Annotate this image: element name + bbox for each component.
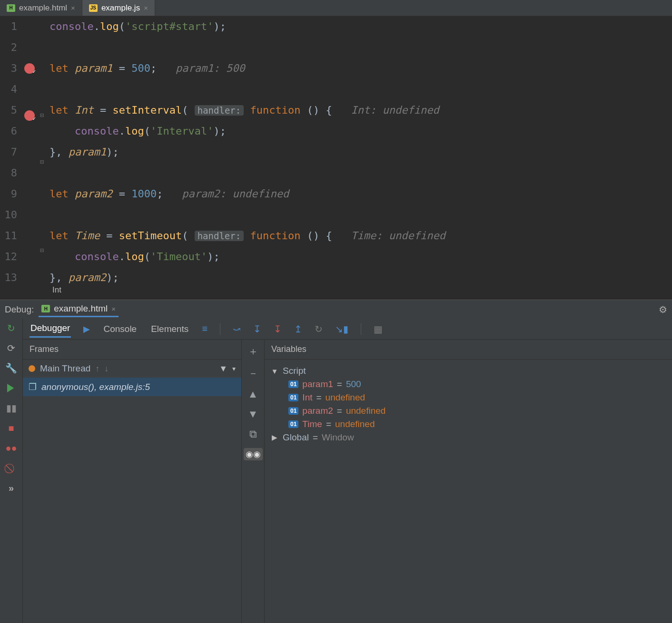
drop-frame-button[interactable]: ↻ [315, 323, 323, 335]
variables-tree[interactable]: ▼ Script 01param1 = 50001Int = undefined… [265, 360, 672, 449]
code-line[interactable] [49, 204, 672, 225]
close-icon[interactable]: × [71, 4, 75, 12]
tab-debugger[interactable]: Debugger [30, 320, 71, 338]
code-line[interactable]: let Time = setTimeout( handler: function… [49, 225, 672, 246]
code-line[interactable]: console.log('Timeout'); [49, 246, 672, 267]
line-number[interactable]: 5 [0, 100, 17, 121]
scope-global[interactable]: ▶ Global = Window [267, 431, 669, 444]
thread-selector[interactable]: Main Thread ↑ ↓ ▼ ▾ [23, 360, 241, 378]
run-to-cursor-button[interactable]: ↘▮ [335, 323, 348, 335]
show-execution-point-button[interactable]: ≡ [202, 323, 208, 334]
line-number[interactable]: 6 [0, 121, 17, 142]
thread-name: Main Thread [40, 363, 90, 374]
settings-button[interactable]: 🔧 [5, 361, 18, 375]
chevron-right-icon[interactable]: ▶ [270, 433, 279, 442]
tab-console[interactable]: Console [102, 321, 138, 337]
breakpoint-icon[interactable] [24, 63, 35, 74]
update-button[interactable]: ⟳ [5, 341, 18, 355]
rerun-button[interactable]: ↻ [5, 321, 18, 335]
debug-session-name: example.html [54, 303, 108, 314]
step-over-button[interactable]: ⤻ [233, 323, 241, 335]
variable-row[interactable]: 01Int = undefined [267, 391, 669, 404]
code-line[interactable] [49, 37, 672, 58]
line-number[interactable]: 1 [0, 16, 17, 37]
debug-session-tab[interactable]: example.html × [39, 302, 119, 317]
remove-watch-button[interactable]: － [248, 366, 258, 380]
filter-icon[interactable]: ▼ [219, 364, 227, 374]
variables-toolbar: ＋ － ▲ ▼ ⧉ ◉◉ [242, 340, 265, 623]
code-editor[interactable]: 123456789101112131415 ⊟⊟⊟⊟ console.log('… [0, 16, 672, 285]
debug-tool-window: ↻ ⟳ 🔧 ▮▮ ■ ●● ⃠ » Debugger ▶ Console Ele… [0, 319, 672, 623]
var-badge-icon: 01 [288, 380, 298, 388]
evaluate-expression-button[interactable]: ▦ [374, 323, 383, 335]
code-line[interactable]: }, param1); [49, 142, 672, 163]
console-icon: ▶ [83, 324, 90, 334]
gear-icon[interactable]: ⚙ [659, 304, 667, 315]
debug-label: Debug: [5, 304, 34, 315]
chevron-down-icon[interactable]: ▼ [270, 367, 279, 375]
code-line[interactable]: }, param2); [49, 267, 672, 285]
close-icon[interactable]: × [111, 305, 116, 313]
js-file-icon [89, 4, 98, 12]
tab-example-html[interactable]: example.html × [0, 0, 82, 16]
html-file-icon [7, 4, 15, 12]
editor-tab-bar: example.html × example.js × [0, 0, 672, 16]
debug-subtabs: Debugger ▶ Console Elements ≡ ⤻ ↧ ↧ ↥ ↻ … [23, 319, 672, 340]
variable-row[interactable]: 01param1 = 500 [267, 378, 669, 391]
line-number[interactable]: 12 [0, 246, 17, 267]
line-number[interactable]: 4 [0, 79, 17, 100]
frames-panel-header: Frames [23, 340, 241, 360]
close-icon[interactable]: × [144, 4, 148, 12]
line-number[interactable]: 13 [0, 267, 17, 285]
debug-side-toolbar: ↻ ⟳ 🔧 ▮▮ ■ ●● ⃠ » [0, 319, 23, 623]
step-into-button[interactable]: ↧ [253, 323, 261, 335]
tab-label: example.html [19, 3, 67, 13]
resume-button[interactable] [5, 381, 18, 395]
pause-button[interactable]: ▮▮ [5, 401, 18, 415]
more-button[interactable]: » [5, 481, 18, 495]
next-frame-button[interactable]: ↓ [104, 364, 109, 374]
fold-icon[interactable]: ⊟ [37, 151, 47, 172]
move-down-button[interactable]: ▼ [248, 408, 258, 420]
variable-row[interactable]: 01Time = undefined [267, 418, 669, 431]
variable-row[interactable]: 01param2 = undefined [267, 404, 669, 418]
scope-script[interactable]: ▼ Script [267, 364, 669, 378]
code-line[interactable]: console.log('script#start'); [49, 16, 672, 37]
line-number[interactable]: 7 [0, 142, 17, 163]
breakpoint-icon[interactable] [24, 110, 35, 121]
fold-icon[interactable]: ⊟ [37, 105, 47, 126]
line-number[interactable]: 9 [0, 184, 17, 204]
add-watch-button[interactable]: ＋ [248, 344, 258, 359]
tab-example-js[interactable]: example.js × [82, 0, 155, 16]
code-line[interactable]: console.log('Interval'); [49, 121, 672, 142]
tab-elements[interactable]: Elements [150, 321, 189, 337]
mute-breakpoints-button[interactable]: ⃠ [5, 461, 18, 475]
move-up-button[interactable]: ▲ [248, 388, 258, 400]
step-out-button[interactable]: ↥ [294, 323, 302, 335]
stack-frame[interactable]: ❐ anonymous(), example.js:5 [23, 378, 241, 396]
prev-frame-button[interactable]: ↑ [95, 364, 99, 374]
code-line[interactable]: let param1 = 500; param1: 500 [49, 58, 672, 79]
line-number[interactable]: 10 [0, 204, 17, 225]
stop-button[interactable]: ■ [5, 421, 18, 435]
line-number[interactable]: 3 [0, 58, 17, 79]
debug-tool-window-header: Debug: example.html × ⚙ [0, 300, 672, 319]
watches-view-button[interactable]: ◉◉ [244, 448, 263, 460]
copy-button[interactable]: ⧉ [249, 428, 257, 440]
thread-status-icon [29, 365, 35, 372]
line-number[interactable]: 2 [0, 37, 17, 58]
view-breakpoints-button[interactable]: ●● [5, 441, 18, 455]
var-badge-icon: 01 [288, 394, 298, 401]
code-line[interactable] [49, 79, 672, 100]
fold-icon[interactable]: ⊟ [37, 240, 47, 261]
force-step-into-button[interactable]: ↧ [274, 323, 282, 335]
code-line[interactable] [49, 163, 672, 184]
code-line[interactable]: let Int = setInterval( handler: function… [49, 100, 672, 121]
code-line[interactable]: let param2 = 1000; param2: undefined [49, 184, 672, 204]
frame-icon: ❐ [29, 381, 37, 392]
line-number[interactable]: 8 [0, 163, 17, 184]
chevron-down-icon[interactable]: ▾ [232, 365, 236, 372]
breadcrumb[interactable]: Int [0, 285, 672, 300]
line-number[interactable]: 11 [0, 225, 17, 246]
tab-label: example.js [101, 3, 140, 13]
